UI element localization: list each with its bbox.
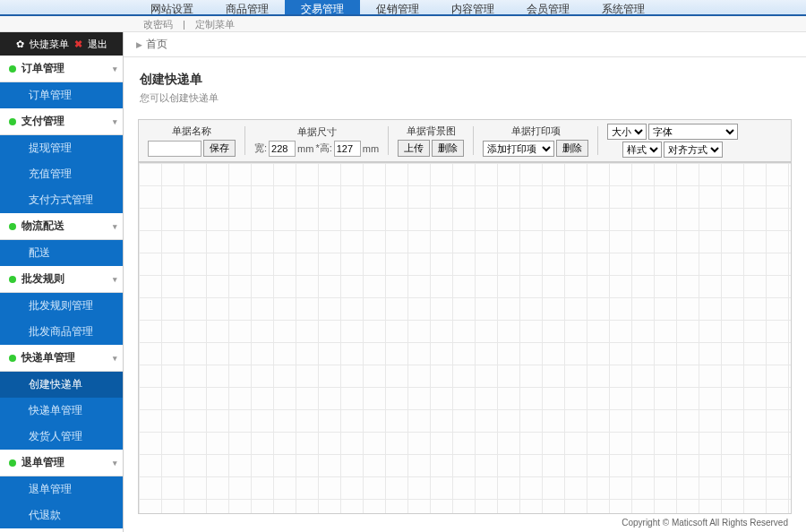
chevron-down-icon: ▾ xyxy=(113,459,117,468)
topnav-tab-6[interactable]: 系统管理 xyxy=(586,0,661,14)
quick-bar: ✿ 快捷菜单 ✖ 退出 xyxy=(0,32,123,56)
topnav-tab-0[interactable]: 网站设置 xyxy=(134,0,210,14)
dot-icon xyxy=(9,276,16,283)
topnav-tab-2[interactable]: 交易管理 xyxy=(285,0,360,14)
sidebar-item-1-2[interactable]: 支付方式管理 xyxy=(0,187,123,213)
topnav-tab-4[interactable]: 内容管理 xyxy=(435,0,510,14)
height-prefix: *高: xyxy=(315,142,331,155)
delete-print-button[interactable]: 删除 xyxy=(556,140,588,157)
bg-label: 单据背景图 xyxy=(407,124,456,138)
sidebar-item-4-2[interactable]: 发货人管理 xyxy=(0,424,123,450)
name-input[interactable] xyxy=(148,141,202,157)
add-print-select[interactable]: 添加打印项 xyxy=(483,141,554,157)
sidebar-item-5-1[interactable]: 代退款 xyxy=(0,502,123,528)
width-prefix: 宽: xyxy=(254,142,267,155)
main-area: ▶ 首页 创建快递单 您可以创建快递单 单据名称 保存 单据尺寸 宽: mm xyxy=(123,32,806,532)
section-head-2[interactable]: 物流配送▾ xyxy=(0,213,123,240)
design-canvas[interactable] xyxy=(138,162,792,514)
breadcrumb: ▶ 首页 xyxy=(124,32,806,57)
style-select[interactable]: 样式 xyxy=(622,142,662,158)
sidebar-item-0-0[interactable]: 订单管理 xyxy=(0,82,123,108)
save-button[interactable]: 保存 xyxy=(203,140,236,157)
upload-button[interactable]: 上传 xyxy=(398,140,430,157)
dot-icon xyxy=(9,223,16,230)
footer: Copyright © Maticsoft All Rights Reserve… xyxy=(124,518,806,532)
section-head-3[interactable]: 批发规则▾ xyxy=(0,266,123,293)
topnav-tab-3[interactable]: 促销管理 xyxy=(360,0,435,14)
size-label: 单据尺寸 xyxy=(297,125,337,139)
height-unit: mm xyxy=(363,143,379,154)
dot-icon xyxy=(9,118,16,125)
dot-icon xyxy=(9,459,16,467)
chevron-down-icon: ▾ xyxy=(113,64,117,73)
width-input[interactable] xyxy=(269,141,296,157)
subbar-left[interactable]: 改密码 xyxy=(143,19,173,30)
sidebar-item-3-1[interactable]: 批发商品管理 xyxy=(0,319,123,345)
height-input[interactable] xyxy=(334,141,361,157)
chevron-down-icon: ▾ xyxy=(113,354,117,363)
section-head-6[interactable]: 运营统计▾ xyxy=(0,528,123,532)
name-label: 单据名称 xyxy=(172,124,211,138)
sub-bar: 改密码 | 定制菜单 xyxy=(0,16,806,32)
chevron-down-icon: ▾ xyxy=(113,117,117,126)
dot-icon xyxy=(9,65,16,73)
sidebar-item-4-1[interactable]: 快递单管理 xyxy=(0,398,123,424)
quickbar-exit[interactable]: 退出 xyxy=(88,38,107,51)
gear-icon: ✿ xyxy=(16,39,24,50)
section-head-5[interactable]: 退单管理▾ xyxy=(0,450,123,476)
section-head-4[interactable]: 快递单管理▾ xyxy=(0,345,123,372)
crumb-home[interactable]: 首页 xyxy=(146,37,167,52)
size-select[interactable]: 大小 xyxy=(607,124,647,140)
section-head-0[interactable]: 订单管理▾ xyxy=(0,56,123,82)
font-select[interactable]: 字体 xyxy=(648,124,738,140)
align-select[interactable]: 对齐方式 xyxy=(664,142,723,158)
subbar-right[interactable]: 定制菜单 xyxy=(195,19,235,30)
dot-icon xyxy=(9,355,16,362)
section-head-1[interactable]: 支付管理▾ xyxy=(0,108,123,135)
sidebar-item-1-1[interactable]: 充值管理 xyxy=(0,161,123,187)
print-label: 单据打印项 xyxy=(511,124,561,138)
chevron-down-icon: ▾ xyxy=(113,275,117,284)
toolbar: 单据名称 保存 单据尺寸 宽: mm *高: mm xyxy=(138,119,792,162)
close-icon[interactable]: ✖ xyxy=(74,39,82,50)
quickbar-label: 快捷菜单 xyxy=(30,38,69,51)
width-unit: mm xyxy=(297,143,313,154)
page-subtitle: 您可以创建快递单 xyxy=(140,91,790,105)
top-nav: 网站设置商品管理交易管理促销管理内容管理会员管理系统管理 xyxy=(0,0,806,16)
chevron-down-icon: ▾ xyxy=(113,222,117,231)
sidebar: ✿ 快捷菜单 ✖ 退出 订单管理▾订单管理支付管理▾提现管理充值管理支付方式管理… xyxy=(0,32,123,532)
delete-bg-button[interactable]: 删除 xyxy=(432,140,464,157)
sidebar-item-2-0[interactable]: 配送 xyxy=(0,240,123,266)
sidebar-item-3-0[interactable]: 批发规则管理 xyxy=(0,293,123,319)
page-title: 创建快递单 xyxy=(140,72,790,88)
sidebar-item-5-0[interactable]: 退单管理 xyxy=(0,476,123,502)
triangle-icon: ▶ xyxy=(136,40,142,49)
sidebar-item-4-0[interactable]: 创建快递单 xyxy=(0,372,123,398)
topnav-tab-5[interactable]: 会员管理 xyxy=(510,0,586,14)
topnav-tab-1[interactable]: 商品管理 xyxy=(210,0,285,14)
sidebar-item-1-0[interactable]: 提现管理 xyxy=(0,135,123,161)
